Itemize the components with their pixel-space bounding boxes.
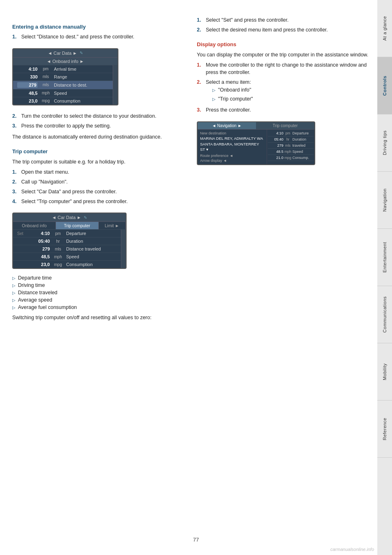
- list-item: 2. Call up "Navigation".: [12, 178, 185, 186]
- section-heading-trip: Trip computer: [12, 148, 185, 154]
- list-item: "Onboard info": [212, 86, 253, 94]
- screen1-row-4: 23,0 mpg Consumption: [13, 97, 113, 105]
- display-steps: 1. Move the controller to the right to c…: [197, 61, 369, 114]
- list-item: Departure time: [12, 275, 185, 281]
- screen2-tab-0[interactable]: Onboard info: [13, 222, 56, 229]
- list-item: Driving time: [12, 282, 185, 288]
- screen2-row-0: Set 4:10 pm Departure: [13, 229, 121, 237]
- main-content: Entering a distance manually 1. Select "…: [0, 0, 377, 555]
- screen1-row-3: 48,5 mph Speed: [13, 89, 113, 97]
- right-column: 1. Select "Set" and press the controller…: [197, 16, 369, 324]
- nav-data-row-0: 4:10 pm Departure: [268, 130, 314, 137]
- nav-data-row-2: 279 mls traveled: [268, 143, 314, 149]
- list-item: Average fuel consumption: [12, 304, 185, 310]
- list-item: 3. Press the controller to apply the set…: [12, 122, 185, 130]
- car-data-screen-1: ◄ Car Data ► ✎ ◄ Onboard info ► 4:10 pm …: [12, 44, 118, 110]
- tab-entertainment[interactable]: Entertainment: [377, 229, 392, 286]
- cont-steps: 1. Select "Set" and press the controller…: [197, 16, 369, 34]
- screen1-header: ◄ Car Data ► ✎: [13, 49, 118, 57]
- nav-data-row-3: 48.5 mph Speed: [268, 149, 314, 155]
- tab-controls[interactable]: Controls: [377, 57, 392, 114]
- list-item: 4. Select "Trip computer" and press the …: [12, 198, 185, 206]
- nav-screen-header: ◄ Navigation ► Trip computer: [198, 122, 314, 130]
- page-number: 77: [193, 537, 199, 543]
- screen2-row-2: 279 mls Distance traveled: [13, 245, 121, 253]
- screen2-row-3: 48,5 mph Speed: [13, 253, 121, 260]
- nav-dest-title: New destination: [200, 131, 264, 135]
- list-item: 1. Select "Set" and press the controller…: [197, 16, 369, 24]
- screen2-header: ◄ Car Data ► ✎: [13, 213, 126, 222]
- list-item: 3. Select "Car Data" and press the contr…: [12, 188, 185, 196]
- tab-at-a-glance[interactable]: At a glance: [377, 0, 392, 57]
- nav-screen: ◄ Navigation ► Trip computer New destina…: [197, 117, 315, 169]
- section-heading-display: Display options: [197, 41, 369, 47]
- nav-route: Route preference ◄: [200, 154, 264, 158]
- list-item: 2. Select a menu item: "Onboard info" "T…: [197, 78, 369, 104]
- list-item: Average speed: [12, 297, 185, 303]
- list-item: 1. Select "Distance to dest." and press …: [12, 33, 185, 41]
- nav-tab-trip[interactable]: Trip computer: [256, 122, 314, 129]
- screen1-subheader: ◄ Onboard info ►: [13, 57, 118, 65]
- nav-dest-name-0: MARINA DEL REY, ADMIRALTY WA: [200, 136, 264, 141]
- screen2-tab-1[interactable]: Trip computer: [56, 222, 99, 229]
- display-sub-bullets: "Onboard info" "Trip computer": [206, 86, 253, 103]
- nav-dest-name-1: SANTA BARBARA, MONTERREY ST ▾: [200, 142, 264, 152]
- tab-mobility[interactable]: Mobility: [377, 343, 392, 401]
- list-item: Distance traveled: [12, 290, 185, 295]
- distance-steps: 1. Select "Distance to dest." and press …: [12, 33, 185, 41]
- distance-steps-23: 2. Turn the controller to select the dis…: [12, 112, 185, 130]
- list-item: 3. Press the controller.: [197, 106, 369, 114]
- nav-arrow: Arrow display ◄: [200, 159, 264, 163]
- distance-note: The distance is automatically entered du…: [12, 133, 185, 141]
- list-item: 1. Move the controller to the right to c…: [197, 61, 369, 77]
- trip-intro: The trip computer is suitable e.g. for a…: [12, 158, 185, 166]
- screen1-row-0: 4:10 pm Arrival time: [13, 65, 113, 73]
- screen2-row-1: 05:40 hr Duration: [13, 237, 121, 245]
- list-item: 2. Turn the controller to select the dis…: [12, 112, 185, 120]
- nav-tab-navigation[interactable]: ◄ Navigation ►: [198, 122, 256, 129]
- screen2-tab-2[interactable]: Limit ►: [99, 222, 126, 229]
- watermark: carmanualsonline.info: [330, 547, 374, 552]
- tab-driving-tips[interactable]: Driving tips: [377, 114, 392, 172]
- display-intro: You can display the computer or the trip…: [197, 51, 369, 59]
- list-item: 2. Select the desired menu item and pres…: [197, 26, 369, 34]
- left-column: Entering a distance manually 1. Select "…: [12, 16, 185, 324]
- list-item: 1. Open the start menu.: [12, 168, 185, 176]
- list-item: "Trip computer": [212, 95, 253, 103]
- screen2-tabs: Onboard info Trip computer Limit ►: [13, 222, 126, 229]
- section-heading-distance: Entering a distance manually: [12, 24, 185, 30]
- trip-footer: Switching trip computer on/off and reset…: [12, 313, 185, 322]
- screen1-row-1: 330 mls Range: [13, 73, 113, 81]
- trip-steps: 1. Open the start menu. 2. Call up "Navi…: [12, 168, 185, 205]
- car-data-screen-2: ◄ Car Data ► ✎ Onboard info Trip compute…: [12, 208, 127, 274]
- nav-data-row-4: 21.0 mpg Consump.: [268, 155, 314, 161]
- tab-reference[interactable]: Reference: [377, 401, 392, 458]
- tab-communications[interactable]: Communications: [377, 286, 392, 343]
- tab-bar: At a glance Controls Driving tips Naviga…: [377, 0, 392, 555]
- trip-bullets: Departure time Driving time Distance tra…: [12, 275, 185, 310]
- tab-navigation[interactable]: Navigation: [377, 172, 392, 229]
- screen2-row-4: 23,0 mpg Consumption: [13, 260, 121, 268]
- nav-data-row-1: 05:40 hr Duration: [268, 137, 314, 143]
- screen1-row-2: 279 mls Distance to dest.: [13, 81, 113, 89]
